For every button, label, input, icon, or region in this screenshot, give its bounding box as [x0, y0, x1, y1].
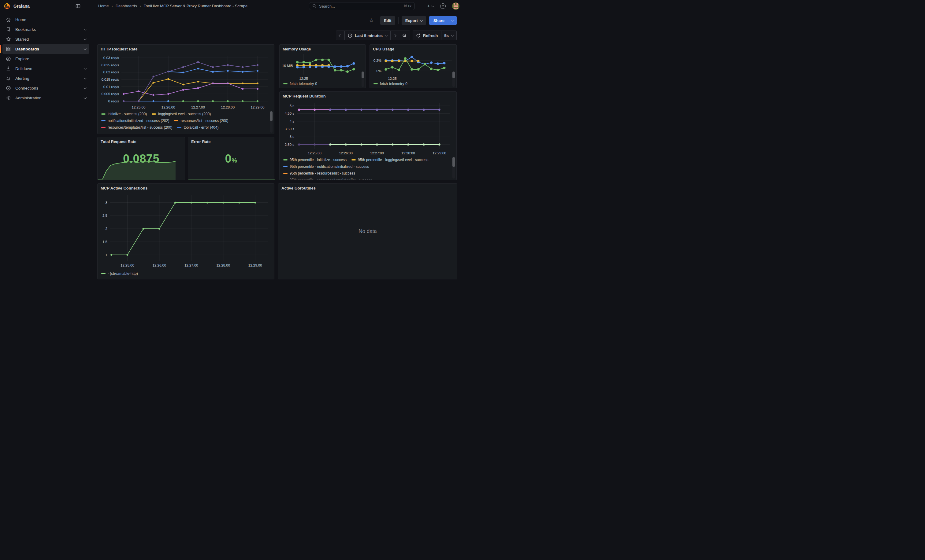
legend-item[interactable]: fetch-telemetry-0	[283, 82, 317, 86]
breadcrumb-current[interactable]: ToolHive MCP Server & Proxy Runner Dashb…	[144, 4, 251, 8]
svg-text:2.5: 2.5	[102, 214, 107, 217]
legend-item[interactable]: 95th percentile - resources/list - succe…	[283, 171, 355, 176]
sidebar-item-drilldown[interactable]: Drilldown	[3, 64, 89, 74]
legend-swatch	[283, 83, 288, 84]
scrollbar-thumb[interactable]	[452, 72, 455, 78]
time-back-button[interactable]	[336, 31, 345, 40]
panel-total-request-rate: Total Request Rate 0.0875	[97, 137, 185, 180]
legend-label: 95th percentile - notifications/initiali…	[290, 164, 369, 169]
time-range-label: Last 5 minutes	[355, 33, 383, 38]
legend-item[interactable]: 95th percentile - notifications/initiali…	[283, 164, 369, 169]
legend-item[interactable]: - (streamable-http)	[101, 272, 138, 276]
refresh-button[interactable]: Refresh	[413, 31, 441, 40]
mcp-active-connections-legend: - (streamable-http)	[101, 270, 270, 278]
panel-title[interactable]: HTTP Request Rate	[98, 45, 274, 51]
time-forward-button[interactable]	[391, 31, 399, 40]
divider	[449, 3, 449, 9]
legend-swatch	[174, 120, 178, 122]
legend-label: 95th percentile - initialize - success	[290, 158, 346, 162]
scrollbar-thumb[interactable]	[270, 111, 273, 121]
help-icon[interactable]: ?	[440, 3, 446, 9]
svg-text:12:28:00: 12:28:00	[216, 263, 230, 267]
chevron-down-icon	[84, 27, 87, 30]
legend-item[interactable]: 95th percentile - logging/setLevel - suc…	[351, 158, 428, 162]
sidebar-item-bookmarks[interactable]: Bookmarks	[3, 24, 89, 34]
panel-title[interactable]: CPU Usage	[370, 45, 456, 51]
time-controls: Last 5 minutes Refresh 5s	[336, 30, 457, 41]
favorite-star-icon[interactable]: ☆	[369, 18, 374, 23]
legend-label: tools/call - error (404)	[184, 125, 218, 130]
legend-item[interactable]: tools/list - success (200)	[153, 132, 199, 133]
panel-title[interactable]: Memory Usage	[280, 45, 366, 51]
legend-item[interactable]: resources/list - success (200)	[174, 119, 228, 123]
legend-label: logging/setLevel - success (200)	[158, 112, 211, 116]
sidebar-toggle-icon[interactable]	[75, 4, 80, 9]
add-button[interactable]: +	[427, 3, 434, 9]
scrollbar-thumb[interactable]	[362, 72, 364, 78]
time-range-picker[interactable]: Last 5 minutes	[345, 31, 391, 40]
panel-scrollbar[interactable]	[452, 72, 455, 87]
chevron-down-icon	[84, 77, 87, 80]
legend-swatch	[374, 83, 378, 84]
svg-text:12:29:00: 12:29:00	[432, 151, 446, 155]
panel-title[interactable]: MCP Active Connections	[98, 184, 274, 191]
legend-item[interactable]: tools/call - success (200)	[101, 132, 148, 133]
sidebar-item-label: Starred	[15, 37, 29, 42]
chevron-down-icon	[452, 19, 455, 22]
sidebar-item-home[interactable]: Home	[3, 15, 89, 24]
legend-label: 95th percentile - resources/list - succe…	[290, 171, 355, 176]
drilldown-icon	[6, 66, 11, 71]
edit-button[interactable]: Edit	[380, 16, 395, 25]
no-data-message: No data	[278, 184, 457, 279]
legend-label: tools/call - success (200)	[108, 132, 148, 133]
svg-text:12:25: 12:25	[388, 77, 397, 80]
legend-label: notifications/initialized - success (202…	[108, 119, 169, 123]
sidebar-item-explore[interactable]: Explore	[3, 54, 89, 64]
sidebar-item-administration[interactable]: Administration	[3, 93, 89, 103]
breadcrumb-separator: ›	[111, 4, 113, 8]
zoom-out-button[interactable]	[399, 31, 410, 40]
panel-title[interactable]: MCP Request Duration	[280, 92, 456, 98]
legend-scrollbar[interactable]	[270, 111, 273, 133]
sidebar-item-label: Drilldown	[15, 66, 32, 71]
legend-swatch	[177, 127, 181, 128]
divider	[398, 17, 399, 24]
legend-item[interactable]: 95th percentile - initialize - success	[283, 158, 346, 162]
cpu-usage-chart: 12:250.2%0%	[371, 52, 455, 80]
share-menu-button[interactable]	[449, 16, 457, 25]
breadcrumb-dashboards[interactable]: Dashboards	[116, 4, 137, 8]
legend-label: unknown - success (200)	[210, 132, 251, 133]
breadcrumb-home[interactable]: Home	[98, 4, 109, 8]
panel-active-goroutines: Active Goroutines No data	[278, 183, 457, 279]
export-button[interactable]: Export	[402, 16, 426, 25]
legend-scrollbar[interactable]	[452, 157, 455, 179]
sidebar-item-label: Administration	[15, 96, 42, 100]
share-button[interactable]: Share	[429, 16, 449, 25]
refresh-interval-picker[interactable]: 5s	[441, 31, 456, 40]
legend-item[interactable]: resources/templates/list - success (200)	[101, 125, 172, 130]
svg-text:4.50 s: 4.50 s	[285, 111, 295, 115]
legend-item[interactable]: tools/call - error (404)	[177, 125, 218, 130]
legend-item[interactable]: unknown - success (200)	[204, 132, 251, 133]
avatar[interactable]	[452, 3, 459, 10]
sidebar-item-starred[interactable]: Starred	[3, 34, 89, 44]
panel-scrollbar[interactable]	[362, 72, 364, 87]
search-input[interactable]	[319, 4, 401, 9]
search-icon	[312, 4, 316, 8]
breadcrumb: Home › Dashboards › ToolHive MCP Server …	[98, 4, 251, 8]
legend-item[interactable]: 95th percentile - resources/templates/li…	[283, 178, 372, 179]
legend-item[interactable]: logging/setLevel - success (200)	[152, 112, 211, 116]
legend-item[interactable]: fetch-telemetry-0	[374, 82, 407, 86]
avatar-pixel-art	[452, 3, 459, 10]
svg-text:4 s: 4 s	[290, 120, 295, 123]
scrollbar-thumb[interactable]	[452, 157, 455, 167]
chevron-down-icon	[84, 67, 87, 70]
mcp-request-duration-legend: 95th percentile - initialize - success95…	[283, 156, 452, 179]
search-box[interactable]: ⌘+k	[309, 2, 415, 10]
sidebar-item-alerting[interactable]: Alerting	[3, 74, 89, 83]
sidebar-item-dashboards[interactable]: Dashboards	[3, 44, 89, 54]
legend-item[interactable]: notifications/initialized - success (202…	[101, 119, 169, 123]
sidebar-item-connections[interactable]: Connections	[3, 83, 89, 93]
legend-item[interactable]: initialize - success (200)	[101, 112, 147, 116]
zoom-out-icon	[402, 33, 407, 38]
